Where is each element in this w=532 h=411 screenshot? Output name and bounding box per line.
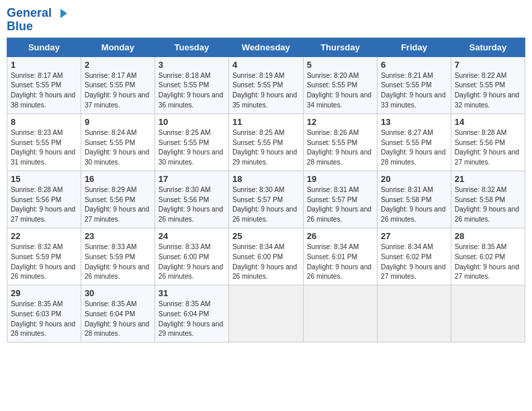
day-info: Sunrise: 8:22 AMSunset: 5:55 PMDaylight:… [455,72,519,109]
day-number: 20 [381,174,447,184]
day-info: Sunrise: 8:18 AMSunset: 5:55 PMDaylight:… [159,72,223,109]
day-number: 5 [307,60,373,70]
day-info: Sunrise: 8:35 AMSunset: 6:03 PMDaylight:… [11,300,75,337]
weekday-tuesday: Tuesday [154,38,228,56]
logo-text: General Blue [7,7,69,34]
calendar-cell: 10 Sunrise: 8:25 AMSunset: 5:55 PMDaylig… [154,113,228,171]
week-row-1: 1 Sunrise: 8:17 AMSunset: 5:55 PMDayligh… [7,56,525,113]
day-info: Sunrise: 8:34 AMSunset: 6:00 PMDaylight:… [232,243,297,280]
calendar-cell [303,285,377,342]
day-info: Sunrise: 8:30 AMSunset: 5:56 PMDaylight:… [159,186,223,223]
day-number: 29 [11,288,77,298]
day-number: 30 [85,288,151,298]
day-number: 10 [159,117,225,127]
calendar-cell [451,285,525,342]
day-number: 18 [232,174,300,184]
day-number: 9 [85,117,151,127]
day-number: 22 [11,231,77,241]
day-info: Sunrise: 8:25 AMSunset: 5:55 PMDaylight:… [159,129,223,166]
day-info: Sunrise: 8:35 AMSunset: 6:04 PMDaylight:… [159,300,223,337]
calendar-cell: 6 Sunrise: 8:21 AMSunset: 5:55 PMDayligh… [378,56,451,113]
day-info: Sunrise: 8:34 AMSunset: 6:02 PMDaylight:… [381,243,445,280]
day-number: 3 [159,60,225,70]
weekday-monday: Monday [81,38,154,56]
week-row-2: 8 Sunrise: 8:23 AMSunset: 5:55 PMDayligh… [7,113,525,171]
logo-blue: Blue [7,20,69,34]
day-number: 17 [159,174,225,184]
calendar-cell: 5 Sunrise: 8:20 AMSunset: 5:55 PMDayligh… [303,56,377,113]
week-row-5: 29 Sunrise: 8:35 AMSunset: 6:03 PMDaylig… [7,285,525,342]
day-info: Sunrise: 8:34 AMSunset: 6:01 PMDaylight:… [307,243,371,280]
calendar-cell: 26 Sunrise: 8:34 AMSunset: 6:01 PMDaylig… [303,228,377,285]
calendar-cell: 1 Sunrise: 8:17 AMSunset: 5:55 PMDayligh… [7,56,81,113]
day-info: Sunrise: 8:33 AMSunset: 5:59 PMDaylight:… [85,243,149,280]
day-info: Sunrise: 8:25 AMSunset: 5:55 PMDaylight:… [232,129,297,166]
day-number: 27 [381,231,447,241]
day-info: Sunrise: 8:27 AMSunset: 5:55 PMDaylight:… [381,129,445,166]
day-number: 15 [11,174,77,184]
calendar-cell: 31 Sunrise: 8:35 AMSunset: 6:04 PMDaylig… [154,285,228,342]
calendar-cell: 30 Sunrise: 8:35 AMSunset: 6:04 PMDaylig… [81,285,154,342]
day-number: 19 [307,174,373,184]
weekday-header-row: SundayMondayTuesdayWednesdayThursdayFrid… [7,38,525,56]
day-number: 13 [381,117,447,127]
day-number: 2 [85,60,151,70]
weekday-wednesday: Wednesday [228,38,303,56]
day-number: 1 [11,60,77,70]
calendar-cell: 24 Sunrise: 8:33 AMSunset: 6:00 PMDaylig… [154,228,228,285]
calendar-cell: 15 Sunrise: 8:28 AMSunset: 5:56 PMDaylig… [7,171,81,228]
day-info: Sunrise: 8:24 AMSunset: 5:55 PMDaylight:… [85,129,149,166]
day-info: Sunrise: 8:23 AMSunset: 5:55 PMDaylight:… [11,129,75,166]
day-info: Sunrise: 8:28 AMSunset: 5:56 PMDaylight:… [11,186,75,223]
day-number: 26 [307,231,373,241]
day-number: 21 [455,174,521,184]
day-number: 23 [85,231,151,241]
calendar-cell: 14 Sunrise: 8:28 AMSunset: 5:56 PMDaylig… [451,113,525,171]
calendar-cell: 8 Sunrise: 8:23 AMSunset: 5:55 PMDayligh… [7,113,81,171]
calendar-cell: 3 Sunrise: 8:18 AMSunset: 5:55 PMDayligh… [154,56,228,113]
calendar-cell [228,285,303,342]
calendar-cell: 16 Sunrise: 8:29 AMSunset: 5:56 PMDaylig… [81,171,154,228]
day-info: Sunrise: 8:30 AMSunset: 5:57 PMDaylight:… [232,186,297,223]
calendar-cell: 2 Sunrise: 8:17 AMSunset: 5:55 PMDayligh… [81,56,154,113]
day-info: Sunrise: 8:26 AMSunset: 5:55 PMDaylight:… [307,129,371,166]
page-header: General Blue [7,7,525,34]
day-number: 7 [455,60,521,70]
day-info: Sunrise: 8:19 AMSunset: 5:55 PMDaylight:… [232,72,297,109]
logo-general: General [7,7,69,20]
calendar-cell: 20 Sunrise: 8:31 AMSunset: 5:58 PMDaylig… [378,171,451,228]
day-info: Sunrise: 8:17 AMSunset: 5:55 PMDaylight:… [11,72,75,109]
calendar-cell: 22 Sunrise: 8:32 AMSunset: 5:59 PMDaylig… [7,228,81,285]
calendar-cell: 17 Sunrise: 8:30 AMSunset: 5:56 PMDaylig… [154,171,228,228]
day-info: Sunrise: 8:32 AMSunset: 5:59 PMDaylight:… [11,243,75,280]
day-number: 12 [307,117,373,127]
weekday-saturday: Saturday [451,38,525,56]
calendar-cell: 18 Sunrise: 8:30 AMSunset: 5:57 PMDaylig… [228,171,303,228]
day-number: 14 [455,117,521,127]
day-info: Sunrise: 8:35 AMSunset: 6:02 PMDaylight:… [455,243,519,280]
day-info: Sunrise: 8:31 AMSunset: 5:58 PMDaylight:… [381,186,445,223]
calendar-table: SundayMondayTuesdayWednesdayThursdayFrid… [7,38,525,343]
day-number: 28 [455,231,521,241]
day-number: 4 [232,60,300,70]
day-info: Sunrise: 8:21 AMSunset: 5:55 PMDaylight:… [381,72,445,109]
weekday-sunday: Sunday [7,38,81,56]
weekday-friday: Friday [378,38,451,56]
day-info: Sunrise: 8:32 AMSunset: 5:58 PMDaylight:… [455,186,519,223]
calendar-cell: 27 Sunrise: 8:34 AMSunset: 6:02 PMDaylig… [378,228,451,285]
day-info: Sunrise: 8:20 AMSunset: 5:55 PMDaylight:… [307,72,371,109]
calendar-cell: 12 Sunrise: 8:26 AMSunset: 5:55 PMDaylig… [303,113,377,171]
calendar-cell [378,285,451,342]
day-number: 16 [85,174,151,184]
day-info: Sunrise: 8:28 AMSunset: 5:56 PMDaylight:… [455,129,519,166]
day-info: Sunrise: 8:31 AMSunset: 5:57 PMDaylight:… [307,186,371,223]
day-info: Sunrise: 8:17 AMSunset: 5:55 PMDaylight:… [85,72,149,109]
day-number: 25 [232,231,300,241]
calendar-cell: 9 Sunrise: 8:24 AMSunset: 5:55 PMDayligh… [81,113,154,171]
logo-arrow-icon [56,7,69,19]
calendar-cell: 13 Sunrise: 8:27 AMSunset: 5:55 PMDaylig… [378,113,451,171]
calendar-cell: 23 Sunrise: 8:33 AMSunset: 5:59 PMDaylig… [81,228,154,285]
logo: General Blue [7,7,69,34]
day-number: 6 [381,60,447,70]
weekday-thursday: Thursday [303,38,377,56]
